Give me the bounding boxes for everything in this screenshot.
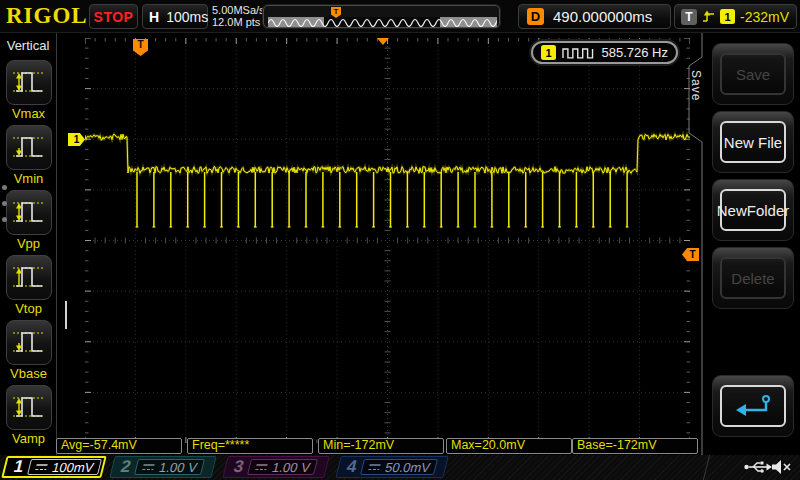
channel4-scale-box: 50.0mV — [360, 459, 438, 475]
rising-edge-icon — [702, 9, 715, 24]
horizontal-scale-box: H 100ms — [142, 4, 208, 29]
channel1-ground-marker[interactable]: 1 — [68, 133, 85, 146]
status-divider — [703, 455, 710, 480]
channel3-number: 3 — [232, 457, 246, 477]
trigger-source-badge: 1 — [720, 9, 735, 24]
channel2-number: 2 — [119, 457, 133, 477]
delay-value: 490.000000ms — [553, 8, 652, 25]
channel1-number: 1 — [12, 457, 26, 477]
menu-scroll-indicator — [65, 301, 67, 329]
trigger-readout: T 1 -232mV — [674, 4, 797, 29]
delay-label: D — [527, 8, 544, 25]
left-menu: Vertical Vmax Vmin Vpp Vtop Vbase Vamp — [0, 33, 57, 455]
softkey-delete[interactable]: Delete — [712, 247, 794, 309]
menu-item-vpp[interactable]: Vpp — [0, 190, 57, 251]
measurement-freq: Freq=***** — [187, 438, 313, 454]
measurement-max: Max=20.0mV — [446, 438, 572, 454]
left-menu-title: Vertical — [0, 33, 56, 53]
menu-page-dot — [2, 185, 7, 190]
return-arrow-icon — [731, 393, 775, 419]
softkey-new-file[interactable]: New File — [712, 111, 794, 173]
waveform-overview[interactable]: T — [263, 5, 500, 28]
vpp-icon — [10, 195, 48, 231]
brand-logo: RIGOL — [6, 3, 88, 29]
channel-status-bar: 1 100mV 2 1.00 V 3 1.00 V 4 50.0mV — [0, 455, 800, 480]
dc-coupling-icon — [367, 463, 382, 472]
measurement-avg: Avg=-57.4mV — [56, 438, 182, 454]
horizontal-label: H — [149, 9, 159, 25]
run-state-badge: STOP — [89, 4, 138, 29]
menu-item-vmin[interactable]: Vmin — [0, 125, 57, 186]
menu-tab-save: Save — [689, 70, 703, 132]
run-state-text: STOP — [94, 9, 134, 25]
delay-position-icon — [377, 38, 389, 45]
channel3-scale-box: 1.00 V — [247, 459, 318, 475]
dc-coupling-icon — [141, 463, 156, 472]
dc-coupling-icon — [34, 463, 49, 472]
trigger-label: T — [681, 9, 697, 25]
measurement-base: Base=-172mV — [572, 438, 698, 454]
overview-wave-icon — [268, 17, 497, 27]
menu-item-vamp[interactable]: Vamp — [0, 385, 57, 446]
vtop-icon — [10, 260, 48, 296]
softkey-newfolder[interactable]: NewFolder — [712, 179, 794, 241]
channel1-scale-box: 100mV — [27, 459, 101, 475]
vmin-icon — [10, 130, 48, 166]
menu-page-dot — [2, 201, 7, 206]
softkey-back[interactable] — [712, 375, 794, 437]
measurement-min: Min=-172mV — [318, 438, 444, 454]
oscilloscope-screen: RIGOL STOP H 100ms 5.00MSa/s 12.0M pts T… — [0, 0, 800, 480]
menu-item-vtop[interactable]: Vtop — [0, 255, 57, 316]
overview-window-bar — [268, 17, 497, 27]
menu-item-vbase[interactable]: Vbase — [0, 320, 57, 381]
acquisition-info: 5.00MSa/s 12.0M pts — [212, 4, 265, 28]
channel3-status[interactable]: 3 1.00 V — [222, 456, 329, 478]
waveform-display: 1 T T 1 585.726 Hz — [85, 38, 690, 443]
menu-page-dot — [2, 217, 7, 222]
softkey-save[interactable]: Save — [712, 43, 794, 105]
vmax-icon — [10, 65, 48, 101]
vamp-icon — [10, 390, 48, 426]
square-wave-icon — [562, 47, 596, 59]
right-menu: Save Save New File NewFolder Delete — [686, 33, 800, 455]
channel4-number: 4 — [345, 457, 359, 477]
graticule — [85, 38, 690, 443]
channel2-status[interactable]: 2 1.00 V — [109, 456, 216, 478]
trigger-level-value: -232mV — [740, 9, 789, 25]
menu-item-vmax[interactable]: Vmax — [0, 60, 57, 121]
vbase-icon — [10, 325, 48, 361]
channel1-status[interactable]: 1 100mV — [1, 456, 106, 478]
usb-icon — [743, 459, 773, 479]
status-bar: RIGOL STOP H 100ms 5.00MSa/s 12.0M pts T… — [0, 0, 800, 33]
sample-rate: 5.00MSa/s — [212, 4, 265, 16]
speaker-muted-icon — [770, 458, 792, 480]
delay-readout: D 490.000000ms — [518, 4, 671, 29]
freq-channel-badge: 1 — [541, 45, 556, 60]
channel4-status[interactable]: 4 50.0mV — [335, 456, 448, 478]
horizontal-scale-value: 100ms — [166, 9, 208, 25]
channel2-scale-box: 1.00 V — [134, 459, 205, 475]
dc-coupling-icon — [254, 463, 269, 472]
frequency-readout: 1 585.726 Hz — [531, 41, 678, 64]
frequency-value: 585.726 Hz — [602, 45, 669, 60]
memory-depth: 12.0M pts — [212, 16, 265, 28]
